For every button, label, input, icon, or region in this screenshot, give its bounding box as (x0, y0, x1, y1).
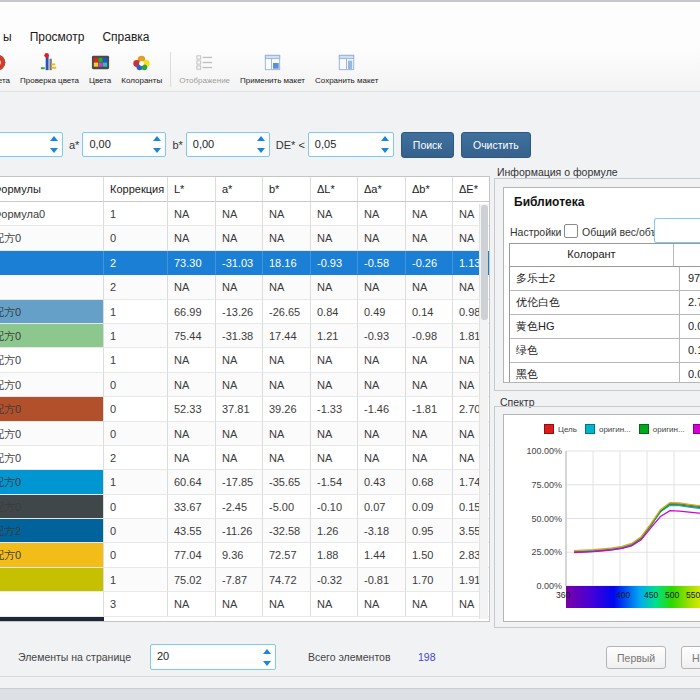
status-separator (0, 676, 700, 677)
spinner-arrows[interactable] (46, 133, 62, 156)
value-cell: NA (168, 226, 216, 250)
next-page-button[interactable]: Наз (681, 646, 700, 669)
column-header-4[interactable]: b* (263, 177, 311, 202)
spinner-arrows[interactable] (149, 133, 165, 156)
save-layout-button[interactable]: Сохранить макет (310, 48, 383, 91)
value-cell: NA (358, 226, 406, 250)
column-header-5[interactable]: ΔL* (311, 177, 358, 202)
column-header-7[interactable]: Δb* (406, 177, 453, 202)
search-button[interactable]: Поиск (401, 132, 454, 158)
total-weight-checkbox[interactable] (564, 224, 578, 238)
scrollbar-thumb[interactable] (481, 205, 488, 320)
table-row-15[interactable]: 175.02-7.8774.72-0.32-0.811.701.91 (0, 568, 490, 592)
table-row-10[interactable]: 配方02NANANANANANANA (0, 446, 490, 470)
colorant-row-4[interactable]: 黑色0.00 (510, 363, 700, 383)
colorant-row-3[interactable]: 绿色0.13 (510, 339, 700, 363)
table-row-11[interactable]: 配方0160.64-17.85-35.65-1.540.430.681.74 (0, 470, 490, 494)
value-cell: -0.81 (358, 568, 406, 592)
value-cell: NA (263, 202, 311, 226)
value-cell: -32.58 (263, 519, 311, 543)
value-cell: 1 (104, 324, 168, 348)
colorants-icon (131, 52, 152, 73)
partial-table-row (0, 617, 490, 622)
value-cell: 0.09 (406, 495, 453, 519)
value-cell: 2 (104, 251, 168, 275)
clear-button[interactable]: Очистить (461, 132, 531, 158)
spinner-arrows[interactable] (377, 133, 393, 156)
menu-item-1[interactable]: Просмотр (21, 27, 94, 48)
a-field[interactable]: 0,00 (82, 132, 166, 157)
menu-item-0[interactable]: ы (0, 27, 21, 48)
display-icon (194, 52, 215, 73)
l-field[interactable]: 0,00 (0, 132, 63, 157)
b-field[interactable]: 0,00 (186, 132, 270, 157)
table-row-13[interactable]: 配方2043.55-11.26-32.581.26-3.180.953.55 (0, 519, 490, 543)
value-cell: -35.65 (263, 470, 311, 494)
table-row-8[interactable]: 配方0052.3337.8139.26-1.33-1.46-1.812.70 (0, 397, 490, 421)
value-cell: 0 (104, 422, 168, 446)
value-cell: 0.84 (311, 300, 358, 324)
table-row-1[interactable]: 配方00NANANANANANANA (0, 226, 490, 250)
spinner-arrows[interactable] (253, 133, 269, 156)
table-row-16[interactable]: 3NANANANANANANA (0, 592, 490, 616)
value-cell: NA (311, 202, 358, 226)
value-cell: 75.02 (168, 568, 216, 592)
table-row-2[interactable]: 273.30-31.0318.16-0.93-0.58-0.261.13 (0, 251, 490, 275)
value-cell: NA (263, 422, 311, 446)
total-items-label: Всего элементов (308, 651, 391, 663)
column-header-3[interactable]: a* (216, 177, 263, 202)
value-cell: NA (216, 202, 263, 226)
colorants-button[interactable]: Колоранты (116, 48, 167, 91)
de-field[interactable]: 0,05 (308, 132, 394, 157)
value-cell: 9.36 (216, 543, 263, 567)
column-header-1[interactable]: Коррекция (104, 177, 168, 202)
color-search-button[interactable]: цвета (0, 48, 15, 91)
first-page-button[interactable]: Первый (606, 646, 666, 669)
table-row-7[interactable]: 配方00NANANANANANANA (0, 373, 490, 397)
column-header-2[interactable]: L* (168, 177, 216, 202)
value-cell: NA (168, 348, 216, 372)
color-check-button[interactable]: Проверка цвета (15, 48, 84, 91)
value-cell: NA (406, 446, 453, 470)
column-header-6[interactable]: Δa* (358, 177, 406, 202)
value-cell: NA (311, 373, 358, 397)
menu-item-2[interactable]: Справка (93, 27, 158, 48)
value-cell: NA (168, 446, 216, 470)
table-row-9[interactable]: 配方00NANANANANANANA (0, 422, 490, 446)
table-vertical-scrollbar[interactable] (479, 204, 488, 619)
colorant-row-2[interactable]: 黄色HG0.00 (510, 315, 700, 339)
items-per-page-spinner[interactable]: 20 (150, 644, 276, 670)
table-row-5[interactable]: 配方0175.44-31.3817.441.21-0.93-0.981.81 (0, 324, 490, 348)
formula-name-cell: 配方0 (0, 300, 104, 324)
formula-name-cell: 配方2 (0, 519, 104, 543)
value-cell: -0.32 (311, 568, 358, 592)
toolbar-separator (170, 52, 171, 87)
value-cell: NA (263, 373, 311, 397)
toolbar: цветаПроверка цветаЦветаКолорантыОтображ… (0, 48, 700, 92)
table-row-12[interactable]: 配方0033.67-2.45-5.00-0.100.070.090.15 (0, 495, 490, 519)
table-row-4[interactable]: 配方0166.99-13.26-26.650.840.490.140.98 (0, 300, 490, 324)
table-row-6[interactable]: 配方01NANANANANANANA (0, 348, 490, 372)
apply-layout-button[interactable]: Применить макет (235, 48, 310, 91)
value-cell: 72.57 (263, 543, 311, 567)
value-cell: NA (263, 348, 311, 372)
formula-name-cell: 配方0 (0, 226, 104, 250)
column-header-8[interactable]: ΔE* (453, 177, 490, 202)
spinner-arrows[interactable] (259, 645, 275, 669)
library-input[interactable] (654, 218, 700, 243)
colorant-row-0[interactable]: 多乐士297.0 (510, 267, 700, 291)
colorant-row-1[interactable]: 优伦白色2.769 (510, 291, 700, 315)
display-button[interactable]: Отображение (174, 48, 235, 91)
value-cell: NA (168, 275, 216, 299)
value-cell: 0 (104, 543, 168, 567)
column-header-0[interactable]: Формулы (0, 177, 104, 202)
table-row-14[interactable]: 配方0077.049.3672.571.881.441.502.83 (0, 543, 490, 567)
colors-button[interactable]: Цвета (84, 48, 116, 91)
value-cell: NA (406, 275, 453, 299)
value-cell: 0.95 (406, 519, 453, 543)
value-cell: NA (358, 422, 406, 446)
table-row-3[interactable]: 2NANANANANANANA (0, 275, 490, 299)
table-row-0[interactable]: Формула01NANANANANANANA (0, 202, 490, 226)
value-cell: 74.72 (263, 568, 311, 592)
apply-layout-icon (262, 52, 283, 73)
